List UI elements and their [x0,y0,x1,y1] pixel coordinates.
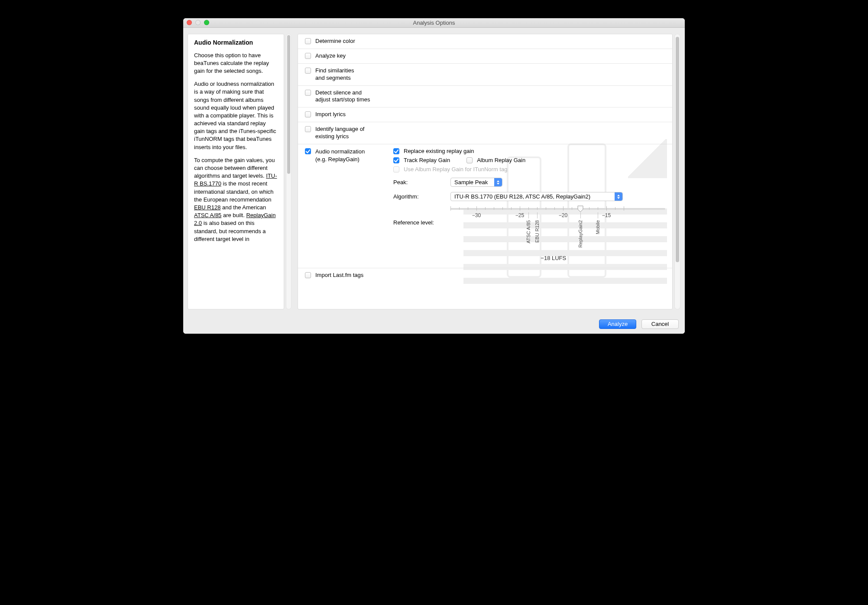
slider-marker-label: Mobile [595,220,600,234]
option-audio-normalization: Audio normalization (e.g. ReplayGain) Re… [298,144,672,268]
reference-level-label: Reference level: [393,205,445,262]
link-ebu[interactable]: EBU R128 [194,204,220,211]
minimize-icon [195,20,201,25]
label-replace-existing: Replace existing replay gain [404,148,474,154]
scrollbar-thumb[interactable] [287,35,290,174]
checkbox[interactable] [305,38,311,44]
help-scrollbar[interactable] [286,34,291,309]
titlebar: Analysis Options [183,18,685,28]
checkbox[interactable] [305,126,311,132]
options-scrollbar[interactable] [674,34,680,309]
window-title: Analysis Options [413,20,455,26]
option-identify-language[interactable]: Identify language of existing lyrics [298,122,672,144]
checkbox[interactable] [305,148,311,154]
checkbox[interactable] [305,68,311,74]
option-import-lyrics[interactable]: Import lyrics [298,107,672,122]
link-atsc[interactable]: ATSC A/85 [194,212,221,218]
checkbox[interactable] [305,111,311,117]
checkbox[interactable] [305,272,311,278]
option-label: Import Last.fm tags [315,272,363,279]
reference-level-readout: −18 LUFS [541,255,566,261]
help-paragraph: Audio or loudness normalization is a way… [194,80,278,151]
help-heading: Audio Normalization [194,39,278,47]
slider-marker-label: ReplayGain2 [578,220,583,248]
options-panel: Determine color Analyze key Find similar… [296,28,685,314]
slider-tick-label: −25 [515,212,524,218]
slider-marker-label: EBU R128 [534,220,540,243]
algorithm-select[interactable]: ITU-R BS.1770 (EBU R128, ATSC A/85, Repl… [450,192,623,201]
slider-thumb[interactable] [577,205,583,212]
option-label: Detect silence and adjust start/stop tim… [315,89,370,104]
slider-tick-label: −20 [559,212,567,218]
cancel-button[interactable]: Cancel [641,319,679,329]
help-sidebar: Audio Normalization Choose this option t… [183,28,296,314]
label-track-rg: Track Replay Gain [404,157,450,163]
slider-marker-label: ATSC A/85 [526,220,531,244]
scrollbar-thumb[interactable] [676,37,679,262]
checkbox-album-rg[interactable] [466,157,473,163]
help-paragraph: To compute the gain values, you can choo… [194,156,278,243]
dialog-footer: Analyze Cancel [183,314,685,334]
option-label: Audio normalization (e.g. ReplayGain) [315,148,365,163]
option-determine-color[interactable]: Determine color [298,34,672,49]
help-paragraph: Choose this option to have beaTunes calc… [194,52,278,75]
algorithm-value: ITU-R BS.1770 (EBU R128, ATSC A/85, Repl… [454,193,590,200]
zoom-icon[interactable] [204,20,209,25]
help-content: Audio Normalization Choose this option t… [188,34,284,309]
option-label: Determine color [315,38,355,45]
label-use-album-itunnorm: Use Album Replay Gain for ITunNorm tag [404,166,507,172]
slider-tick-label: −30 [472,212,481,218]
algorithm-label: Algorithm: [393,193,445,200]
dialog-window: Analysis Options Audio Normalization Cho… [183,18,685,334]
checkbox[interactable] [305,53,311,59]
option-find-similarities[interactable]: Find similarities and segments [298,64,672,86]
analyze-button[interactable]: Analyze [599,319,636,329]
option-label: Import lyrics [315,111,346,118]
checkbox[interactable] [305,90,311,96]
option-label: Identify language of existing lyrics [315,126,364,140]
peak-select[interactable]: Sample Peak [450,178,502,187]
slider-tick-label: −15 [602,212,611,218]
close-icon[interactable] [187,20,192,25]
option-label: Find similarities and segments [315,67,354,82]
option-detect-silence[interactable]: Detect silence and adjust start/stop tim… [298,86,672,108]
select-stepper-icon [494,178,502,186]
label-album-rg: Album Replay Gain [477,157,525,163]
option-label: Analyze key [315,52,346,60]
peak-label: Peak: [393,179,445,185]
options-list: Determine color Analyze key Find similar… [298,34,673,309]
reference-level-slider[interactable]: −18 LUFS −30−25−20−15ATSC A/85EBU R128Re… [450,205,665,262]
checkbox-use-album-itunnorm [393,166,399,172]
checkbox-replace-existing[interactable] [393,148,399,154]
traffic-lights [187,20,209,25]
peak-value: Sample Peak [454,179,488,185]
option-import-lastfm[interactable]: Import Last.fm tags [298,268,672,283]
select-stepper-icon [615,192,622,201]
option-analyze-key[interactable]: Analyze key [298,49,672,64]
checkbox-track-rg[interactable] [393,157,399,163]
